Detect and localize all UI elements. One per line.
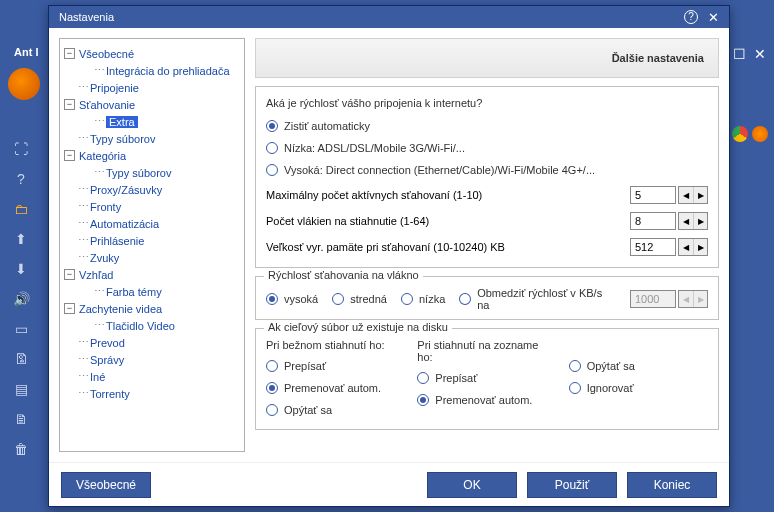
radio-low[interactable]: Nízka: ADSL/DSL/Mobile 3G/Wi-Fi/... xyxy=(266,137,708,159)
tree-item-vseobecne[interactable]: −Všeobecné xyxy=(64,45,240,62)
radio-icon[interactable] xyxy=(401,293,413,305)
radio-c2-prepisat[interactable]: Prepísať xyxy=(417,367,556,389)
tree-item-kategoria[interactable]: −Kategória xyxy=(64,147,240,164)
tree-item-zachytenie[interactable]: −Zachytenie videa xyxy=(64,300,240,317)
tree-item-fronty[interactable]: ⋯Fronty xyxy=(64,198,240,215)
radio-speed-mid[interactable]: stredná xyxy=(332,288,387,310)
radio-speed-limit[interactable]: Obmedziť rýchlosť v KB/s na xyxy=(459,287,616,311)
radio-icon[interactable] xyxy=(266,164,278,176)
close-icon[interactable]: ✕ xyxy=(708,11,719,24)
browser-icons xyxy=(732,126,768,142)
file-exists-group: Ak cieľový súbor už existuje na disku Pr… xyxy=(255,328,719,430)
radio-c2-premenovat[interactable]: Premenovať autom. xyxy=(417,389,556,411)
radio-icon[interactable] xyxy=(266,120,278,132)
sidebar-icon[interactable]: 🖻 xyxy=(12,350,30,368)
collapse-icon[interactable]: − xyxy=(64,269,75,280)
radio-c2-ignorovat[interactable]: Ignorovať xyxy=(569,377,708,399)
sidebar-icon[interactable]: ⛶ xyxy=(12,140,30,158)
help-icon[interactable]: ? xyxy=(684,10,698,24)
tree-item-vzhlad[interactable]: −Vzhľad xyxy=(64,266,240,283)
step-right-icon[interactable]: ▶ xyxy=(693,239,707,255)
tree-item-tlacidlo-video[interactable]: ⋯Tlačidlo Video xyxy=(64,317,240,334)
tree-item-ine[interactable]: ⋯Iné xyxy=(64,368,240,385)
radio-c1-prepisat[interactable]: Prepísať xyxy=(266,355,405,377)
collapse-icon[interactable]: − xyxy=(64,150,75,161)
limit-input xyxy=(630,290,676,308)
firefox-icon[interactable] xyxy=(752,126,768,142)
tree-item-extra[interactable]: ⋯Extra xyxy=(64,113,240,130)
ant-logo-icon xyxy=(8,68,40,100)
radio-icon[interactable] xyxy=(569,360,581,372)
tree-item-stahovanie[interactable]: −Sťahovanie xyxy=(64,96,240,113)
radio-icon[interactable] xyxy=(417,394,429,406)
max-active-stepper[interactable]: ◀▶ xyxy=(630,186,708,204)
group-title: Ak cieľový súbor už existuje na disku xyxy=(264,321,452,333)
step-right-icon[interactable]: ▶ xyxy=(693,213,707,229)
col3-heading xyxy=(569,339,708,351)
settings-tree[interactable]: −Všeobecné ⋯Integrácia do prehliadača ⋯P… xyxy=(59,38,245,452)
pouzit-button[interactable]: Použiť xyxy=(527,472,617,498)
sidebar-icon[interactable]: ▭ xyxy=(12,320,30,338)
koniec-button[interactable]: Koniec xyxy=(627,472,717,498)
tree-item-automatizacia[interactable]: ⋯Automatizácia xyxy=(64,215,240,232)
radio-icon[interactable] xyxy=(266,293,278,305)
radio-c1-opytat[interactable]: Opýtať sa xyxy=(266,399,405,421)
tree-item-torrenty[interactable]: ⋯Torrenty xyxy=(64,385,240,402)
tree-item-integracia[interactable]: ⋯Integrácia do prehliadača xyxy=(64,62,240,79)
bg-close-icon[interactable]: ✕ xyxy=(754,46,766,62)
vseobecne-button[interactable]: Všeobecné xyxy=(61,472,151,498)
sidebar-icon[interactable]: 🗎 xyxy=(12,410,30,428)
sidebar-icon[interactable]: ? xyxy=(12,170,30,188)
collapse-icon[interactable]: − xyxy=(64,48,75,59)
step-right-icon[interactable]: ▶ xyxy=(693,187,707,203)
radio-c1-premenovat[interactable]: Premenovať autom. xyxy=(266,377,405,399)
tree-item-typy-suborov2[interactable]: ⋯Typy súborov xyxy=(64,164,240,181)
chrome-icon[interactable] xyxy=(732,126,748,142)
buffer-input[interactable] xyxy=(630,238,676,256)
sidebar-icon[interactable]: 🗑 xyxy=(12,440,30,458)
radio-icon[interactable] xyxy=(332,293,344,305)
radio-icon[interactable] xyxy=(266,142,278,154)
radio-icon[interactable] xyxy=(266,382,278,394)
tree-item-pripojenie[interactable]: ⋯Pripojenie xyxy=(64,79,240,96)
radio-c2-opytat[interactable]: Opýtať sa xyxy=(569,355,708,377)
bg-max-icon[interactable]: ☐ xyxy=(733,46,746,62)
tree-item-prihlasenie[interactable]: ⋯Prihlásenie xyxy=(64,232,240,249)
sidebar-icon[interactable]: ⬇ xyxy=(12,260,30,278)
collapse-icon[interactable]: − xyxy=(64,99,75,110)
col1-heading: Pri bežnom stiahnutí ho: xyxy=(266,339,405,351)
tree-item-spravy[interactable]: ⋯Správy xyxy=(64,351,240,368)
tree-item-typy-suborov[interactable]: ⋯Typy súborov xyxy=(64,130,240,147)
threads-stepper[interactable]: ◀▶ xyxy=(630,212,708,230)
tree-item-zvuky[interactable]: ⋯Zvuky xyxy=(64,249,240,266)
sidebar-icon[interactable]: ▤ xyxy=(12,380,30,398)
buffer-label: Veľkosť vyr. pamäte pri sťahovaní (10-10… xyxy=(266,241,505,253)
radio-auto[interactable]: Zistiť automaticky xyxy=(266,115,708,137)
tree-item-proxy[interactable]: ⋯Proxy/Zásuvky xyxy=(64,181,240,198)
sidebar-icon[interactable]: ⬆ xyxy=(12,230,30,248)
buffer-stepper[interactable]: ◀▶ xyxy=(630,238,708,256)
step-left-icon[interactable]: ◀ xyxy=(679,187,693,203)
radio-icon[interactable] xyxy=(459,293,471,305)
radio-icon[interactable] xyxy=(266,404,278,416)
dialog-title: Nastavenia xyxy=(59,11,114,23)
radio-speed-high[interactable]: vysoká xyxy=(266,288,318,310)
radio-icon[interactable] xyxy=(417,372,429,384)
step-left-icon[interactable]: ◀ xyxy=(679,239,693,255)
limit-stepper: ◀▶ xyxy=(630,290,708,308)
radio-icon[interactable] xyxy=(569,382,581,394)
threads-input[interactable] xyxy=(630,212,676,230)
collapse-icon[interactable]: − xyxy=(64,303,75,314)
max-active-input[interactable] xyxy=(630,186,676,204)
radio-icon[interactable] xyxy=(266,360,278,372)
step-right-icon: ▶ xyxy=(693,291,707,307)
step-left-icon[interactable]: ◀ xyxy=(679,213,693,229)
thread-speed-group: Rýchlosť sťahovania na vlákno vysoká str… xyxy=(255,276,719,320)
radio-speed-low[interactable]: nízka xyxy=(401,288,445,310)
tree-item-farba-temy[interactable]: ⋯Farba témy xyxy=(64,283,240,300)
sidebar-icon[interactable]: 🗀 xyxy=(12,200,30,218)
ok-button[interactable]: OK xyxy=(427,472,517,498)
radio-high[interactable]: Vysoká: Direct connection (Ethernet/Cabl… xyxy=(266,159,708,181)
sidebar-icon[interactable]: 🔊 xyxy=(12,290,30,308)
tree-item-prevod[interactable]: ⋯Prevod xyxy=(64,334,240,351)
